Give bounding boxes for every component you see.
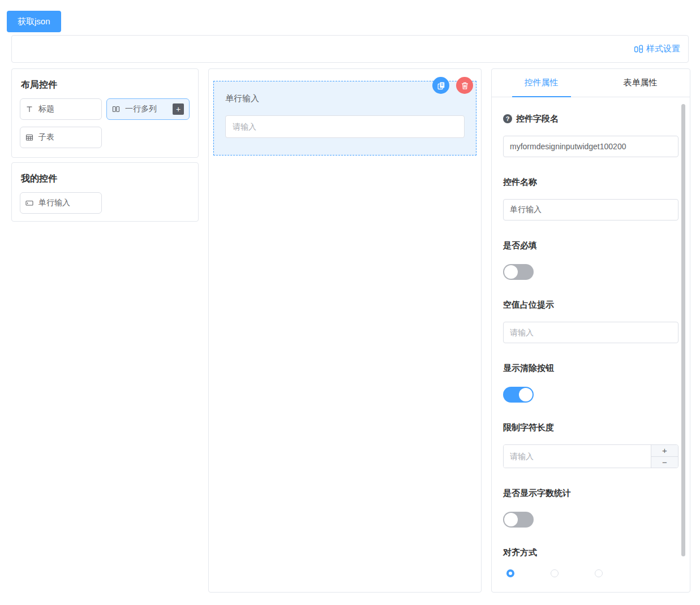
layout-widgets-panel: 布局控件 标题 一行多列 + [11,68,199,158]
properties-scrollbar[interactable] [681,104,685,556]
required-label: 是否必填 [503,240,678,251]
input-box-icon [25,199,33,207]
table-icon [25,133,33,141]
trash-icon [461,81,469,90]
stepper-decrease-button[interactable]: − [651,457,678,468]
canvas-widget-input-wrap [225,115,465,138]
word-count-toggle[interactable] [503,512,534,528]
copy-icon [437,81,445,90]
number-stepper: + − [651,445,678,468]
properties-panel: 控件属性 表单属性 ? 控件字段名 控件名称 是否必填 空值占位提示 显示清除按… [491,68,690,593]
field-name-label: 控件字段名 [516,113,559,124]
align-radio-right[interactable] [595,569,603,577]
layout-widget-list: 标题 一行多列 + 子表 [12,98,198,148]
widget-item-label: 单行输入 [38,198,70,208]
align-radio-group [503,569,678,577]
toggle-knob [519,388,532,401]
my-widget-list: 单行输入 [12,192,198,214]
clearable-toggle[interactable] [503,387,534,403]
required-toggle[interactable] [503,264,534,280]
style-settings-link[interactable]: 样式设置 [634,44,680,54]
toggle-knob [504,513,518,526]
style-settings-icon [634,44,643,54]
field-name-label-row: ? 控件字段名 [503,113,678,124]
tab-form-properties[interactable]: 表单属性 [591,69,690,97]
placeholder-label: 空值占位提示 [503,299,678,310]
style-settings-label: 样式设置 [646,44,680,54]
widget-item-label: 标题 [38,104,54,114]
placeholder-input[interactable] [503,322,678,343]
widget-item-label: 子表 [38,132,54,142]
max-length-label: 限制字符长度 [503,422,678,433]
tab-widget-properties[interactable]: 控件属性 [492,69,591,97]
align-radio-left[interactable] [506,569,514,577]
canvas-widget-input[interactable] [225,115,465,138]
top-toolbar: 样式设置 [11,35,689,63]
my-panel-title: 我的控件 [21,173,189,185]
toggle-knob [504,265,518,279]
properties-body: ? 控件字段名 控件名称 是否必填 空值占位提示 显示清除按钮 限制字符长度 +… [492,113,690,577]
widget-item-subtable[interactable]: 子表 [20,127,102,148]
layout-panel-title: 布局控件 [21,79,189,91]
title-icon [25,105,33,113]
align-label: 对齐方式 [503,547,678,558]
widget-name-input[interactable] [503,199,678,221]
get-json-button[interactable]: 获取json [7,11,61,32]
help-icon[interactable]: ? [503,114,512,123]
stepper-increase-button[interactable]: + [651,445,678,457]
widget-actions [432,77,473,94]
columns-icon [112,105,120,113]
max-length-input[interactable] [504,445,651,468]
field-name-input[interactable] [503,136,678,157]
add-column-button[interactable]: + [173,103,184,115]
widget-item-single-input[interactable]: 单行输入 [20,192,102,214]
widget-item-multicolumn[interactable]: 一行多列 + [106,98,190,120]
copy-widget-button[interactable] [432,77,449,94]
max-length-number-input: + − [503,444,678,468]
align-radio-center[interactable] [551,569,559,577]
delete-widget-button[interactable] [456,77,473,94]
selected-widget[interactable]: 单行输入 [213,81,476,155]
clearable-label: 显示清除按钮 [503,362,678,374]
word-count-label: 是否显示字数统计 [503,487,678,499]
my-widgets-panel: 我的控件 单行输入 [11,162,199,222]
widget-name-label: 控件名称 [503,176,678,188]
widget-item-label: 一行多列 [125,104,157,114]
properties-tabs: 控件属性 表单属性 [492,69,690,97]
form-canvas[interactable]: 单行输入 [208,68,482,593]
widget-item-title[interactable]: 标题 [20,98,102,120]
